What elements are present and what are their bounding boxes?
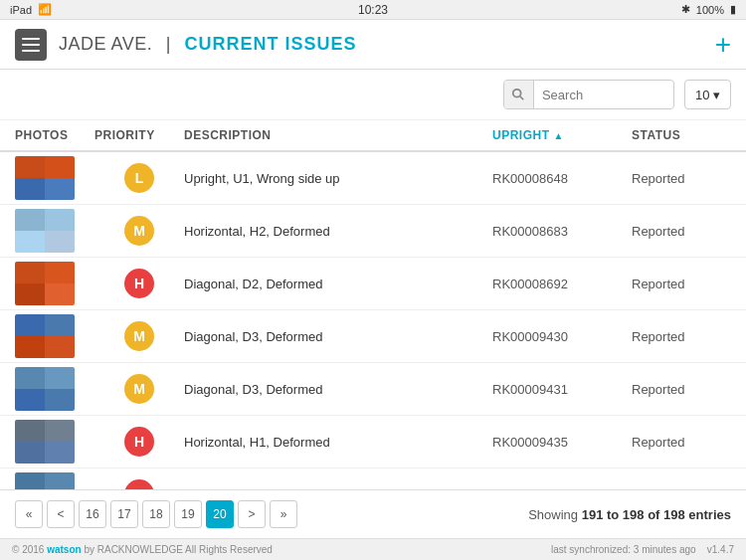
toolbar: 10 ▾ (0, 70, 746, 120)
copyright-text: © 2016 watson by RACKNOWLEDGE All Rights… (12, 544, 273, 555)
showing-text: Showing 191 to 198 of 198 entries (528, 507, 731, 522)
priority-badge: H (124, 269, 154, 298)
search-box (503, 80, 674, 109)
priority-cell: L (94, 163, 184, 193)
per-page-selector[interactable]: 10 ▾ (684, 80, 731, 109)
copyright-prefix: © 2016 (12, 544, 47, 555)
header-title: JADE AVE. | CURRENT ISSUES (59, 34, 356, 55)
photo-cell (15, 262, 75, 305)
description-cell: Diagonal, D3, Deformed (184, 329, 492, 344)
status-cell: Reported (632, 329, 731, 344)
photo-cell (15, 156, 75, 200)
upright-cell: RK00008692 (492, 277, 632, 291)
page-button[interactable]: 18 (142, 500, 170, 528)
page-button[interactable]: < (47, 500, 75, 528)
description-cell: Horizontal, H1, Deformed (184, 435, 492, 450)
table-row[interactable]: HDiagonal, D2, DeformedRK00008692Reporte… (0, 258, 746, 310)
photo-cell (15, 420, 75, 464)
search-input[interactable] (534, 88, 673, 102)
col-status: Status (632, 128, 731, 142)
bottom-bar: © 2016 watson by RACKNOWLEDGE All Rights… (0, 538, 746, 560)
title-prefix: JADE AVE. (59, 34, 152, 54)
upright-cell: RK00009431 (492, 382, 632, 397)
status-cell: Reported (632, 171, 731, 186)
bluetooth-icon: ✱ (681, 3, 690, 16)
copyright-suffix: by RACKNOWLEDGE All Rights Reserved (82, 544, 273, 555)
description-cell: Horizontal, H2, Deformed (184, 224, 492, 239)
priority-badge: M (124, 374, 154, 404)
col-upright-label: Upright (492, 128, 550, 142)
upright-cell: RK00008648 (492, 171, 632, 186)
page-button[interactable]: 17 (110, 500, 138, 528)
priority-badge: M (124, 216, 154, 246)
wifi-icon: 📶 (38, 3, 52, 16)
search-icon (511, 88, 525, 101)
table-row[interactable]: MHorizontal, H2, DeformedRK00008683Repor… (0, 205, 746, 258)
priority-badge: L (124, 163, 154, 193)
sort-arrow-icon: ▲ (554, 130, 564, 141)
hamburger-line-3 (22, 50, 40, 52)
table-row[interactable]: MDiagonal, D3, DeformedRK00009431Reporte… (0, 363, 746, 416)
table-row[interactable]: MDiagonal, D3, DeformedRK00009430Reporte… (0, 310, 746, 363)
bottom-bar-right: last synchronized: 3 minutes ago v1.4.7 (551, 544, 734, 555)
table-row[interactable]: LUpright, U1, Wrong side upRK00008648Rep… (0, 152, 746, 205)
table-header: Photos Priority Description Upright ▲ St… (0, 120, 746, 152)
device-label: iPad (10, 4, 32, 16)
priority-cell: M (94, 216, 184, 246)
svg-point-0 (513, 90, 521, 97)
status-cell: Reported (632, 382, 731, 397)
description-cell: Upright, U1, Wrong side up (184, 171, 492, 186)
upright-cell: RK00009430 (492, 329, 632, 344)
description-cell: Diagonal, D3, Deformed (184, 382, 492, 397)
description-cell: Diagonal, D2, Deformed (184, 277, 492, 291)
page-button[interactable]: 19 (174, 500, 202, 528)
priority-badge: M (124, 321, 154, 351)
status-bar-right: ✱ 100% ▮ (681, 3, 736, 16)
search-submit-button[interactable] (504, 80, 534, 109)
table-row[interactable]: HHorizontal, H1, DeformedRK00009435Repor… (0, 416, 746, 468)
title-separator: | (166, 34, 171, 54)
footer: «<1617181920>» Showing 191 to 198 of 198… (0, 489, 746, 538)
menu-button[interactable] (15, 29, 47, 61)
hamburger-line-2 (22, 44, 40, 46)
priority-cell: M (94, 374, 184, 404)
col-description: Description (184, 128, 492, 142)
status-bar-left: iPad 📶 (10, 3, 52, 16)
priority-badge: H (124, 427, 154, 457)
col-upright[interactable]: Upright ▲ (492, 128, 632, 142)
page-button[interactable]: » (270, 500, 297, 528)
status-bar-time: 10:23 (358, 3, 388, 17)
status-cell: Reported (632, 435, 731, 450)
status-bar: iPad 📶 10:23 ✱ 100% ▮ (0, 0, 746, 20)
page-button[interactable]: 16 (79, 500, 106, 528)
battery-label: 100% (696, 4, 724, 16)
priority-cell: H (94, 427, 184, 457)
hamburger-line-1 (22, 38, 40, 40)
header: JADE AVE. | CURRENT ISSUES + (0, 20, 746, 70)
header-left: JADE AVE. | CURRENT ISSUES (15, 29, 356, 61)
battery-icon: ▮ (730, 3, 736, 16)
priority-cell: M (94, 321, 184, 351)
version-label: v1.4.7 (707, 544, 734, 555)
photo-cell (15, 314, 75, 358)
priority-cell: H (94, 269, 184, 298)
page-button[interactable]: > (238, 500, 266, 528)
status-cell: Reported (632, 224, 731, 239)
page-button[interactable]: 20 (206, 500, 234, 528)
sync-text: last synchronized: 3 minutes ago (551, 544, 696, 555)
photo-cell (15, 209, 75, 253)
upright-cell: RK00008683 (492, 224, 632, 239)
brand-link[interactable]: watson (47, 544, 81, 555)
col-photos: Photos (15, 128, 94, 142)
status-cell: Reported (632, 277, 731, 291)
svg-line-1 (520, 96, 524, 100)
upright-cell: RK00009435 (492, 435, 632, 450)
pagination: «<1617181920>» (15, 500, 297, 528)
col-priority: Priority (94, 128, 184, 142)
photo-cell (15, 367, 75, 411)
page-button[interactable]: « (15, 500, 43, 528)
add-button[interactable]: + (715, 31, 731, 59)
title-current-issues: CURRENT ISSUES (184, 34, 356, 54)
